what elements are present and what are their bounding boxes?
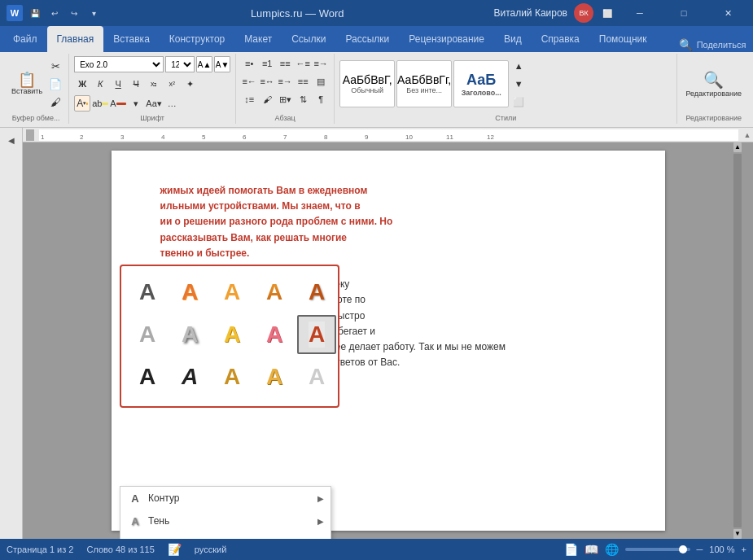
tab-view[interactable]: Вид: [494, 26, 532, 52]
shading-btn[interactable]: 🖌: [259, 91, 275, 107]
language[interactable]: русский: [195, 545, 226, 554]
document-check-icon[interactable]: 📝: [168, 543, 182, 556]
tab-references[interactable]: Ссылки: [282, 26, 335, 52]
more-btn[interactable]: …: [164, 95, 180, 112]
redo-btn[interactable]: ↪: [67, 6, 81, 20]
customize-quick-btn[interactable]: ▾: [86, 6, 101, 20]
left-sidebar: ◀: [0, 128, 23, 539]
list-number-btn[interactable]: ≡1: [259, 55, 275, 72]
scrollbar[interactable]: ▲ ▼: [732, 142, 743, 539]
font-size-input-btn[interactable]: Аа▾: [146, 95, 162, 112]
font-grow-btn[interactable]: A▲: [196, 56, 212, 72]
sidebar-collapse-btn[interactable]: ◀: [2, 131, 20, 149]
zoom-minus-btn[interactable]: ─: [697, 545, 703, 554]
tab-insert[interactable]: Вставка: [103, 26, 160, 52]
submenu-shadow[interactable]: A Тень ▶: [120, 510, 331, 532]
format-painter-btn[interactable]: 🖌: [47, 94, 63, 110]
effect-gray[interactable]: A: [128, 315, 167, 354]
view-web-icon[interactable]: 🌐: [605, 543, 619, 556]
align-right-btn[interactable]: ≡→: [277, 73, 293, 90]
effect-orange-gradient[interactable]: A: [255, 273, 294, 312]
share-btn[interactable]: Поделиться: [693, 37, 750, 52]
underline-btn[interactable]: Ч: [110, 76, 126, 92]
effect-black-italic[interactable]: A: [170, 357, 209, 396]
view-normal-icon[interactable]: 📄: [564, 543, 578, 556]
styles-scroll-up[interactable]: ▲: [510, 58, 527, 74]
paste-btn[interactable]: 📋 Вставить: [8, 71, 46, 97]
effect-plain[interactable]: A: [128, 273, 167, 312]
cut-btn[interactable]: ✂: [47, 58, 63, 74]
avatar[interactable]: ВК: [574, 3, 593, 23]
font-name-select[interactable]: Exo 2.0: [74, 56, 164, 72]
search-ribbon-btn[interactable]: 🔍: [678, 37, 693, 52]
italic-btn[interactable]: К: [92, 76, 108, 92]
zoom-plus-btn[interactable]: +: [742, 545, 746, 554]
tab-assistant[interactable]: Помощник: [589, 26, 657, 52]
subscript-btn[interactable]: x₂: [146, 76, 162, 92]
submenu-contour[interactable]: A Контур ▶: [120, 487, 331, 510]
styles-expand[interactable]: ⬜: [510, 94, 527, 110]
effect-orange-fill[interactable]: A: [212, 273, 252, 312]
minimize-btn[interactable]: ─: [621, 0, 659, 26]
tab-layout[interactable]: Макет: [234, 26, 282, 52]
ribbon-display-btn[interactable]: ⬜: [600, 6, 615, 20]
edit-group-label: Редактирование: [682, 114, 745, 122]
maximize-btn[interactable]: □: [665, 0, 703, 26]
undo-btn[interactable]: ↩: [47, 6, 62, 20]
save-quick-btn[interactable]: 💾: [28, 6, 42, 20]
contour-icon: A: [127, 490, 143, 506]
tab-home[interactable]: Главная: [47, 26, 104, 52]
column-btn[interactable]: ▤: [313, 73, 329, 90]
font-color-btn[interactable]: A: [110, 95, 126, 112]
indent-dec-btn[interactable]: ←≡: [295, 55, 311, 72]
align-center-btn[interactable]: ≡↔: [259, 73, 275, 90]
highlight-btn[interactable]: ab: [92, 95, 108, 112]
text-effect-btn[interactable]: A▾: [74, 95, 90, 112]
effect-selected[interactable]: A: [297, 315, 336, 354]
styles-scroll-down[interactable]: ▼: [510, 76, 527, 92]
zoom-slider[interactable]: [625, 548, 690, 551]
tab-review[interactable]: Рецензирование: [399, 26, 494, 52]
effect-black[interactable]: A: [128, 357, 167, 396]
tab-mailings[interactable]: Рассылки: [335, 26, 399, 52]
effect-pink[interactable]: A: [255, 315, 294, 354]
tab-design[interactable]: Конструктор: [160, 26, 234, 52]
tab-help[interactable]: Справка: [532, 26, 589, 52]
effect-yellow[interactable]: A: [212, 315, 252, 354]
clipboard-label: Буфер обме...: [8, 114, 63, 122]
ruler-right-btn[interactable]: ▲: [742, 131, 753, 139]
bold-btn[interactable]: Ж: [74, 76, 90, 92]
pilcrow-btn[interactable]: ¶: [313, 91, 329, 107]
align-left-btn[interactable]: ≡←: [241, 73, 257, 90]
sort-btn[interactable]: ⇅: [295, 91, 311, 107]
style-noformat[interactable]: АаБбВвГг, Без инте...: [396, 60, 452, 107]
tab-file[interactable]: Файл: [3, 26, 47, 52]
shadow-icon: A: [127, 513, 143, 529]
strikethrough-btn[interactable]: Ч: [128, 76, 144, 92]
align-justify-btn[interactable]: ≡≡: [295, 73, 311, 90]
close-btn[interactable]: ✕: [709, 0, 746, 26]
ruler-inner: 1 2 3 4 5 6 7 8 9 10 11 12: [39, 129, 738, 141]
view-read-icon[interactable]: 📖: [584, 543, 598, 556]
style-normal[interactable]: АаБбВвГ, Обычный: [339, 60, 395, 107]
list-bullet-btn[interactable]: ≡•: [241, 55, 257, 72]
superscript-btn[interactable]: x²: [164, 76, 180, 92]
effect-light-gray[interactable]: A: [297, 357, 336, 396]
indent-inc-btn[interactable]: ≡→: [313, 55, 329, 72]
effect-golden[interactable]: A: [212, 357, 252, 396]
style-heading[interactable]: АаБ Заголово...: [453, 60, 509, 107]
font-shrink-btn[interactable]: A▼: [214, 56, 230, 72]
font-color-arrow[interactable]: ▾: [128, 95, 144, 112]
border-btn[interactable]: ⊞▾: [277, 91, 293, 107]
copy-btn[interactable]: 📄: [47, 76, 63, 92]
line-spacing-btn[interactable]: ↕≡: [241, 91, 257, 107]
effect-dark-orange[interactable]: A: [297, 273, 336, 312]
edit-main-btn[interactable]: 🔍 Редактирование: [682, 68, 745, 99]
submenu-reflection[interactable]: A Отражение ▶: [120, 532, 331, 539]
clear-format-btn[interactable]: ✦: [182, 76, 198, 92]
effect-orange-outline[interactable]: A: [170, 273, 209, 312]
font-size-select[interactable]: 12: [165, 56, 195, 72]
effect-golden-glow[interactable]: A: [255, 357, 294, 396]
list-multi-btn[interactable]: ≡≡: [277, 55, 293, 72]
effect-gray-shadow[interactable]: A: [170, 315, 209, 354]
